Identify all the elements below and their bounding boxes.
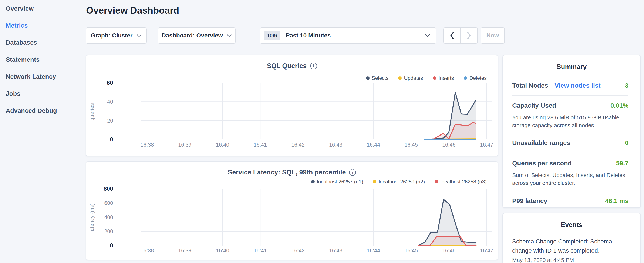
sidebar-item-jobs[interactable]: Jobs [6, 85, 82, 102]
summary-panel: Summary Total NodesView nodes list3Capac… [502, 55, 641, 208]
summary-row-label: Queries per second [512, 160, 572, 167]
summary-divider [512, 153, 628, 153]
now-button[interactable]: Now [480, 28, 505, 44]
svg-text:16:42: 16:42 [291, 142, 305, 148]
svg-text:16:42: 16:42 [291, 247, 305, 253]
chevron-right-icon [467, 31, 471, 40]
svg-text:16:45: 16:45 [404, 142, 418, 148]
svg-text:0: 0 [110, 136, 113, 143]
summary-row-label: Capacity Used [512, 102, 556, 109]
time-forward-button[interactable] [460, 28, 478, 44]
svg-text:0: 0 [110, 242, 113, 249]
svg-text:600: 600 [104, 200, 113, 206]
time-range-label: Past 10 Minutes [286, 32, 425, 39]
svg-text:400: 400 [104, 214, 113, 220]
summary-divider [512, 133, 628, 133]
graph-scope-label: Graph: Cluster [91, 32, 132, 39]
svg-text:800: 800 [104, 185, 113, 192]
dashboard-dropdown-label: Dashboard: Overview [162, 32, 223, 39]
summary-row-description: Sum of Selects, Updates, Inserts, and De… [512, 171, 628, 187]
time-step-buttons [443, 28, 478, 44]
summary-row: Capacity Used0.01% [512, 101, 628, 110]
svg-text:16:46: 16:46 [442, 247, 456, 253]
summary-row-value: 46.1 ms [605, 197, 628, 204]
summary-row-value: 3 [625, 82, 628, 89]
svg-text:40: 40 [107, 99, 113, 105]
sidebar-item-overview[interactable]: Overview [6, 0, 82, 17]
service-latency-chart-card: Service Latency: SQL, 99th percentile i … [86, 161, 498, 260]
svg-text:16:38: 16:38 [140, 247, 154, 253]
chevron-down-icon [425, 34, 430, 37]
svg-text:16:44: 16:44 [367, 247, 380, 253]
svg-text:20: 20 [107, 118, 113, 124]
event-text: Schema Change Completed: Schema change w… [512, 237, 631, 255]
svg-text:16:39: 16:39 [178, 142, 192, 148]
summary-row-label: Total Nodes [512, 82, 548, 89]
summary-row-label: P99 latency [512, 197, 547, 204]
now-button-label: Now [486, 32, 499, 39]
chart-plot[interactable]: 020406016:3816:3916:4016:4116:4216:4316:… [86, 55, 498, 157]
summary-divider [512, 191, 628, 191]
summary-row-value: 0.01% [610, 102, 628, 109]
events-title: Events [503, 213, 640, 229]
summary-row-value: 0 [625, 139, 628, 146]
controls-bar: Graph: Cluster Dashboard: Overview 10m P… [86, 28, 505, 44]
graph-scope-dropdown[interactable]: Graph: Cluster [86, 28, 147, 44]
time-range-badge: 10m [264, 31, 280, 41]
time-range-picker[interactable]: 10m Past 10 Minutes [260, 28, 436, 44]
controls-divider [250, 28, 250, 44]
chevron-left-icon [450, 31, 454, 40]
time-back-button[interactable] [443, 28, 460, 44]
summary-row-description: You are using 28.6 MiB of 515.9 GiB usab… [512, 114, 628, 129]
sidebar-item-metrics[interactable]: Metrics [6, 17, 82, 34]
svg-text:16:47: 16:47 [480, 142, 493, 148]
svg-text:16:40: 16:40 [216, 142, 230, 148]
svg-text:16:40: 16:40 [216, 247, 230, 253]
summary-row: Unavailable ranges0 [512, 139, 628, 147]
sidebar-item-databases[interactable]: Databases [6, 34, 82, 51]
svg-text:16:38: 16:38 [140, 142, 154, 148]
event-timestamp: May 13, 2020 at 4:45 PM [512, 257, 631, 263]
dashboard-dropdown[interactable]: Dashboard: Overview [158, 28, 236, 44]
sidebar: OverviewMetricsDatabasesStatementsNetwor… [6, 0, 82, 119]
summary-row-value: 59.7 [616, 160, 628, 167]
sidebar-item-advanced-debug[interactable]: Advanced Debug [6, 102, 82, 119]
svg-text:60: 60 [107, 80, 113, 86]
svg-text:16:41: 16:41 [254, 142, 267, 148]
events-list: Schema Change Completed: Schema change w… [503, 237, 640, 263]
sidebar-item-network-latency[interactable]: Network Latency [6, 68, 82, 85]
page-title: Overview Dashboard [86, 5, 179, 16]
svg-text:16:39: 16:39 [178, 247, 192, 253]
svg-text:16:46: 16:46 [442, 142, 456, 148]
summary-title: Summary [503, 55, 640, 71]
svg-text:16:45: 16:45 [404, 247, 418, 253]
chevron-down-icon [136, 34, 142, 37]
chart-plot[interactable]: 020040060080016:3816:3916:4016:4116:4216… [86, 162, 498, 260]
svg-text:200: 200 [104, 228, 113, 234]
sql-queries-chart-card: SQL Queries i SelectsUpdatesInsertsDelet… [86, 55, 498, 156]
sidebar-nav-list: OverviewMetricsDatabasesStatementsNetwor… [6, 0, 82, 119]
svg-text:16:43: 16:43 [329, 142, 342, 148]
view-nodes-list-link[interactable]: View nodes list [554, 82, 600, 89]
events-panel: Events Schema Change Completed: Schema c… [502, 213, 641, 263]
summary-row: P99 latency46.1 ms [512, 197, 628, 205]
svg-text:16:41: 16:41 [254, 247, 267, 253]
svg-text:16:43: 16:43 [329, 247, 342, 253]
summary-row-label: Unavailable ranges [512, 139, 570, 146]
chevron-down-icon [227, 34, 232, 37]
summary-row: Total NodesView nodes list3 [512, 81, 628, 90]
summary-rows: Total NodesView nodes list3Capacity Used… [503, 81, 640, 205]
sidebar-item-statements[interactable]: Statements [6, 51, 82, 68]
svg-text:16:44: 16:44 [367, 142, 380, 148]
summary-row: Queries per second59.7 [512, 159, 628, 167]
svg-text:16:47: 16:47 [480, 247, 493, 253]
summary-divider [512, 95, 628, 96]
